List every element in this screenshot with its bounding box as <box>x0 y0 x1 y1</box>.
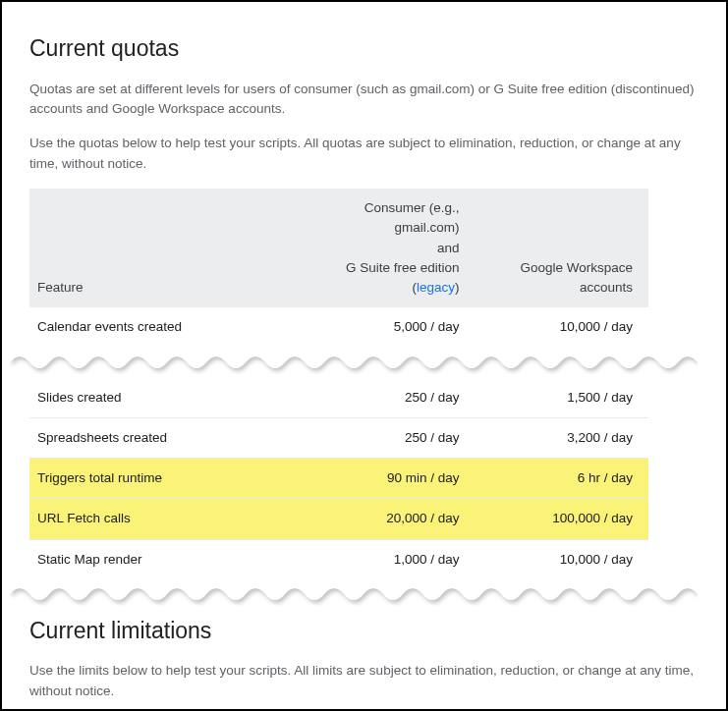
torn-edge-icon <box>10 347 698 374</box>
cell-feature: Spreadsheets created <box>29 417 290 458</box>
cell-feature: URL Fetch calls <box>29 499 290 539</box>
cell-feature: Triggers total runtime <box>29 459 290 499</box>
cell-consumer: 1,000 / day <box>290 539 476 579</box>
table-row-highlighted: URL Fetch calls 20,000 / day 100,000 / d… <box>29 499 648 539</box>
cell-consumer: 250 / day <box>290 378 476 418</box>
table-row: Static Map render 1,000 / day 10,000 / d… <box>29 539 648 579</box>
cell-workspace: 10,000 / day <box>476 539 648 579</box>
limitations-intro: Use the limits below to help test your s… <box>29 661 699 702</box>
cell-workspace: 100,000 / day <box>476 499 648 539</box>
torn-edge-icon <box>10 578 698 606</box>
cell-consumer: 250 / day <box>290 417 476 458</box>
col-consumer-l1: Consumer (e.g., gmail.com) <box>364 200 460 235</box>
col-workspace-l1: Google Workspace <box>520 260 633 275</box>
col-consumer: Consumer (e.g., gmail.com) and G Suite f… <box>290 189 476 307</box>
table-row-highlighted: Triggers total runtime 90 min / day 6 hr… <box>29 459 648 499</box>
col-workspace-l2: accounts <box>580 280 633 295</box>
limitations-heading: Current limitations <box>29 614 699 648</box>
cell-feature: Slides created <box>29 378 290 418</box>
cell-feature: Static Map render <box>29 539 290 579</box>
table-row: Calendar events created 5,000 / day 10,0… <box>29 307 648 348</box>
quotas-table: Feature Consumer (e.g., gmail.com) and G… <box>29 189 648 349</box>
cell-feature: Calendar events created <box>29 307 290 348</box>
cell-consumer: 20,000 / day <box>290 499 476 539</box>
table-header-row: Feature Consumer (e.g., gmail.com) and G… <box>29 189 648 307</box>
limitations-section: Current limitations Use the limits below… <box>29 614 699 711</box>
legacy-link[interactable]: legacy <box>417 280 455 295</box>
document-frame: Current quotas Quotas are set at differe… <box>0 0 728 711</box>
table-row: Slides created 250 / day 1,500 / day <box>29 378 648 418</box>
quotas-heading: Current quotas <box>29 31 699 66</box>
col-consumer-l3: G Suite free edition <box>346 260 460 275</box>
cell-workspace: 3,200 / day <box>476 417 648 458</box>
cell-workspace: 6 hr / day <box>476 459 648 499</box>
cell-workspace: 10,000 / day <box>476 307 648 348</box>
quotas-table-cont: Slides created 250 / day 1,500 / day Spr… <box>29 378 648 580</box>
cell-consumer: 90 min / day <box>290 459 476 499</box>
table-row: Spreadsheets created 250 / day 3,200 / d… <box>29 417 648 458</box>
col-workspace: Google Workspace accounts <box>476 189 648 307</box>
col-feature: Feature <box>29 189 290 307</box>
cell-consumer: 5,000 / day <box>290 307 476 348</box>
quotas-intro-1: Quotas are set at different levels for u… <box>29 80 699 121</box>
quotas-intro-2: Use the quotas below to help test your s… <box>29 134 699 175</box>
cell-workspace: 1,500 / day <box>476 378 648 418</box>
col-consumer-l2: and <box>437 241 460 255</box>
